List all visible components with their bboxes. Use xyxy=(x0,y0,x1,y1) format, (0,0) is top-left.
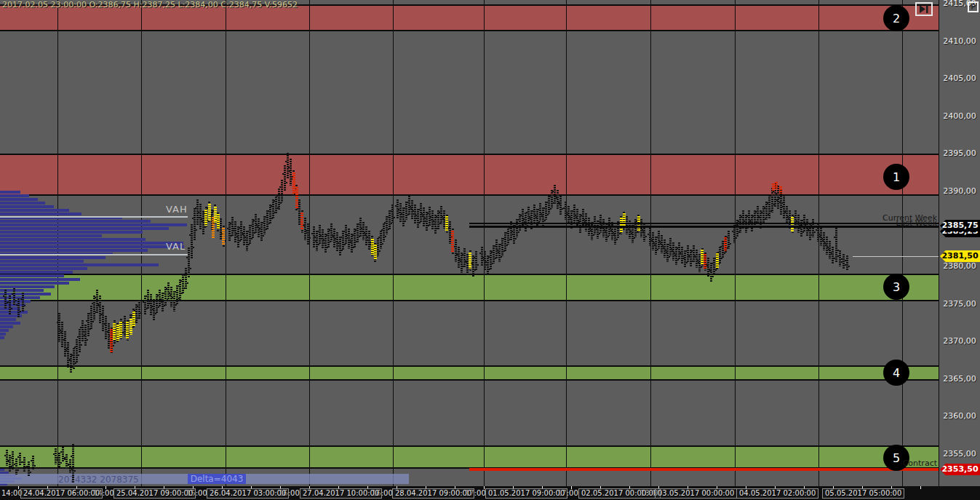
trading-chart-window: VAH VAL 2074332 2078375 Delta=4043 Curre… xyxy=(0,0,980,500)
price-label: 2370,00 xyxy=(941,336,979,346)
price-bar-red xyxy=(451,231,454,253)
price-bar xyxy=(728,231,730,249)
vah-label: VAH xyxy=(166,204,188,215)
price-bar xyxy=(304,218,306,240)
price-bar xyxy=(84,325,87,346)
price-bar xyxy=(58,453,60,467)
price-bar xyxy=(269,205,271,224)
volume-profile-row xyxy=(0,329,9,332)
volume-profile-row xyxy=(0,318,16,321)
price-bar xyxy=(455,239,457,262)
price-bar xyxy=(417,209,419,229)
price-bar xyxy=(287,153,289,179)
zone-marker-1: 1 xyxy=(883,164,909,190)
price-bar xyxy=(64,331,66,357)
price-bar xyxy=(533,205,535,223)
price-bar xyxy=(757,206,759,223)
price-bar xyxy=(472,255,474,277)
price-bar xyxy=(284,165,286,191)
price-bar xyxy=(105,316,107,339)
price-bar xyxy=(765,202,768,220)
price-bar xyxy=(162,293,164,311)
price-bar xyxy=(640,219,642,237)
price-bar xyxy=(348,229,350,249)
price-bar xyxy=(19,453,21,466)
price-bar-yellow xyxy=(208,204,211,221)
volume-profile-row xyxy=(0,256,105,259)
price-bar-yellow xyxy=(126,322,129,338)
price-bar xyxy=(90,306,92,329)
mini-profile-row xyxy=(0,469,4,471)
price-bar xyxy=(525,213,527,231)
price-bar xyxy=(167,282,170,301)
price-bar xyxy=(402,207,405,227)
volume-profile-row xyxy=(0,263,159,266)
price-bar xyxy=(437,210,439,229)
price-bar-red xyxy=(704,254,706,269)
price-bar xyxy=(408,196,410,215)
volume-profile-row xyxy=(0,245,184,248)
price-bar xyxy=(559,196,562,215)
price-bar xyxy=(545,202,547,220)
price-bar xyxy=(377,238,379,256)
price-bar xyxy=(9,295,11,314)
price-bar xyxy=(513,225,515,245)
price-bar xyxy=(17,298,20,317)
skip-to-end-icon xyxy=(919,5,929,13)
price-bar xyxy=(812,219,814,237)
current_week-line xyxy=(469,223,939,224)
price-bar xyxy=(386,216,388,234)
price-bar xyxy=(391,205,394,223)
price-bar xyxy=(493,245,495,263)
volume-profile-row xyxy=(0,282,69,285)
time-axis[interactable]: 14:0014:0015:0016:0016:0017:0017:0018:00… xyxy=(0,486,980,500)
last_week-line xyxy=(469,226,939,228)
session-gridline xyxy=(818,0,819,486)
price-axis[interactable]: 2415,002410,002405,002400,002395,002390,… xyxy=(939,0,980,486)
price-bar xyxy=(652,232,654,250)
volume-profile-row xyxy=(0,234,102,237)
price-bar xyxy=(672,242,674,261)
volume-profile-row xyxy=(0,213,81,215)
properties-button[interactable]: P xyxy=(968,1,979,12)
volume-profile-row xyxy=(0,209,69,212)
price-bar xyxy=(138,300,140,319)
price-bar xyxy=(278,189,280,210)
price-bar xyxy=(783,195,785,218)
price-bar xyxy=(458,247,460,268)
price-bar xyxy=(339,237,341,256)
price-label: 2375,00 xyxy=(941,299,979,309)
price-bar xyxy=(237,226,239,247)
price-bar-red xyxy=(775,182,778,189)
price-bar xyxy=(368,231,370,250)
volume-profile-row xyxy=(0,202,45,205)
price-bar xyxy=(246,231,248,251)
price-bar xyxy=(188,247,190,278)
price-bar xyxy=(176,285,178,304)
price-bar xyxy=(516,219,518,237)
price-bar xyxy=(591,222,593,240)
current_price-line xyxy=(853,256,939,257)
volume-profile-row xyxy=(0,198,38,201)
price-bar xyxy=(710,263,712,282)
session-date-label: 28.04.2017 09:00:00 xyxy=(392,488,474,499)
price-bar xyxy=(389,210,391,229)
price-bar-yellow xyxy=(204,210,207,226)
chart-surface[interactable]: VAH VAL 2074332 2078375 Delta=4043 Curre… xyxy=(0,0,939,486)
price-bar xyxy=(440,206,442,224)
session-date-label: 04.05.2017 02:00:00 xyxy=(736,488,818,499)
price-bar xyxy=(707,258,709,277)
price-label: 2405,00 xyxy=(941,74,979,83)
price-bar xyxy=(252,219,254,239)
price-bar xyxy=(61,322,63,348)
price-bar xyxy=(614,226,616,245)
price-bar xyxy=(576,209,578,227)
price-bar xyxy=(507,226,509,245)
price-bar xyxy=(602,219,605,237)
go-to-end-button[interactable] xyxy=(915,2,933,16)
price-bar xyxy=(565,202,567,220)
price-bar xyxy=(179,279,181,300)
price-bar xyxy=(501,238,503,256)
price-bar xyxy=(260,222,263,242)
price-bar xyxy=(554,185,556,204)
